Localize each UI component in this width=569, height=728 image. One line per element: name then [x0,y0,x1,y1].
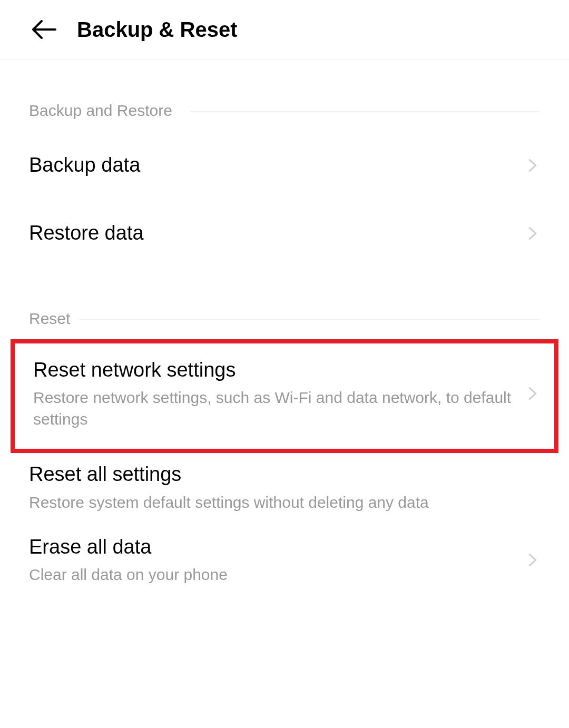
item-text: Restore data [29,220,519,246]
chevron-right-icon [525,386,540,401]
back-button[interactable] [31,16,58,43]
item-title: Reset network settings [33,357,519,383]
item-title: Backup data [29,152,519,178]
arrow-left-icon [32,20,56,39]
section-header-backup: Backup and Restore [0,102,569,131]
item-text: Backup data [29,152,519,178]
page-title: Backup & Reset [77,18,238,42]
item-subtitle: Clear all data on your phone [29,564,519,586]
header-bar: Backup & Reset [0,0,569,60]
reset-network-settings-item[interactable]: Reset network settings Restore network s… [11,339,558,453]
item-title: Restore data [29,220,519,246]
item-text: Erase all data Clear all data on your ph… [29,534,519,586]
erase-all-data-item[interactable]: Erase all data Clear all data on your ph… [0,526,569,598]
restore-data-item[interactable]: Restore data [0,199,569,267]
chevron-right-icon [525,158,540,173]
item-subtitle: Restore network settings, such as Wi-Fi … [33,387,519,430]
item-title: Reset all settings [29,461,540,487]
content-area: Backup and Restore Backup data Restore d… [0,60,569,598]
reset-all-settings-item[interactable]: Reset all settings Restore system defaul… [0,453,569,526]
item-text: Reset network settings Restore network s… [33,357,519,430]
item-title: Erase all data [29,534,519,560]
item-text: Reset all settings Restore system defaul… [29,461,540,513]
section-gap [0,268,569,310]
backup-data-item[interactable]: Backup data [0,131,569,199]
item-subtitle: Restore system default settings without … [29,492,540,514]
chevron-right-icon [525,226,540,241]
section-header-reset: Reset [0,310,569,339]
chevron-right-icon [525,553,540,567]
